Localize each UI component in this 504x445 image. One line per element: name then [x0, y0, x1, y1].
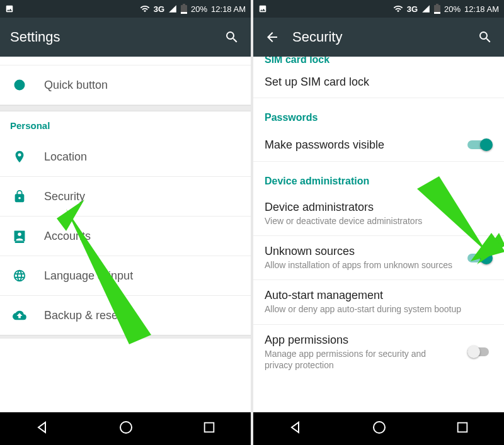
- item-label: Quick button: [44, 79, 241, 92]
- nav-recent-button[interactable]: [455, 420, 469, 437]
- svg-rect-6: [205, 423, 214, 432]
- item-label: Backup & reset: [44, 309, 241, 322]
- item-quick-button[interactable]: Quick button: [0, 65, 251, 105]
- item-subtitle: Manage app permissions for security and …: [265, 348, 456, 371]
- item-language[interactable]: Language & input: [0, 256, 251, 296]
- back-button[interactable]: [263, 28, 281, 46]
- item-accounts[interactable]: Accounts: [0, 217, 251, 256]
- image-icon: [5, 4, 14, 13]
- item-subtitle: Allow installation of apps from unknown …: [265, 259, 456, 271]
- battery-label: 20%: [444, 4, 461, 14]
- passwords-visible-toggle[interactable]: [467, 137, 493, 152]
- network-label: 3G: [407, 4, 418, 14]
- unknown-sources-toggle[interactable]: [467, 251, 493, 266]
- item-title: Device administrators: [265, 201, 488, 214]
- triangle-back-icon: [288, 420, 303, 435]
- time-label: 12:18 AM: [211, 4, 246, 14]
- item-subtitle: Allow or deny app auto-start during syst…: [265, 303, 488, 315]
- item-title: App permissions: [265, 334, 456, 347]
- globe-icon: [11, 269, 28, 283]
- square-recent-icon: [455, 420, 469, 434]
- item-unknown-sources[interactable]: Unknown sources Allow installation of ap…: [253, 236, 504, 280]
- arrow-back-icon: [265, 30, 280, 45]
- section-divider: [0, 105, 251, 111]
- time-label: 12:18 AM: [464, 4, 499, 14]
- section-device-admin-header: Device administration: [253, 162, 504, 192]
- image-icon: [258, 4, 267, 13]
- item-label: Security: [44, 190, 241, 203]
- page-title: Security: [292, 29, 465, 45]
- status-bar: 3G 20% 12:18 AM: [253, 0, 504, 18]
- right-phone: 3G 20% 12:18 AM Security SIM card lock S…: [253, 0, 504, 445]
- nav-bar: [253, 412, 504, 445]
- svg-point-5: [120, 422, 132, 433]
- section-sim-header: SIM card lock: [253, 57, 504, 67]
- search-button[interactable]: [223, 28, 241, 46]
- section-passwords-header: Passwords: [253, 98, 504, 128]
- battery-icon: [434, 4, 440, 14]
- item-label: Accounts: [44, 230, 241, 243]
- left-phone: 3G 20% 12:18 AM Settings Quick button Pe…: [0, 0, 251, 445]
- wifi-icon: [140, 4, 150, 14]
- nav-home-button[interactable]: [118, 420, 134, 437]
- svg-rect-11: [458, 423, 467, 432]
- item-title: Make passwords visible: [265, 138, 456, 152]
- wifi-icon: [393, 4, 403, 14]
- lock-icon: [11, 189, 28, 203]
- signal-icon: [421, 4, 430, 13]
- item-security[interactable]: Security: [0, 177, 251, 217]
- circle-home-icon: [118, 420, 134, 435]
- item-label: Language & input: [44, 269, 241, 283]
- item-passwords-visible[interactable]: Make passwords visible: [253, 128, 504, 162]
- item-label: Location: [44, 150, 241, 164]
- battery-icon: [181, 4, 187, 14]
- svg-point-4: [18, 233, 21, 237]
- item-location[interactable]: Location: [0, 137, 251, 177]
- app-bar: Security: [253, 18, 504, 57]
- nav-recent-button[interactable]: [202, 420, 216, 437]
- search-button[interactable]: [476, 28, 494, 46]
- item-title: Auto-start management: [265, 289, 488, 302]
- circle-home-icon: [372, 420, 387, 435]
- item-title: Unknown sources: [265, 245, 456, 258]
- settings-list: Quick button Personal Location Security …: [0, 57, 251, 412]
- svg-rect-1: [183, 4, 185, 5]
- section-divider: [0, 335, 251, 339]
- location-icon: [11, 150, 28, 164]
- svg-rect-9: [434, 12, 440, 14]
- nav-home-button[interactable]: [372, 420, 387, 437]
- item-subtitle: View or deactivate device administrators: [265, 215, 488, 227]
- quick-button-icon: [11, 78, 28, 92]
- item-device-admins[interactable]: Device administrators View or deactivate…: [253, 192, 504, 236]
- svg-point-3: [15, 81, 25, 90]
- signal-icon: [168, 4, 177, 13]
- item-title: Set up SIM card lock: [265, 76, 488, 89]
- security-list: SIM card lock Set up SIM card lock Passw…: [253, 57, 504, 412]
- svg-point-10: [374, 422, 385, 433]
- square-recent-icon: [202, 420, 216, 434]
- account-icon: [11, 229, 28, 243]
- app-permissions-toggle[interactable]: [467, 344, 493, 359]
- status-bar: 3G 20% 12:18 AM: [0, 0, 251, 18]
- nav-bar: [0, 412, 251, 445]
- item-backup[interactable]: Backup & reset: [0, 296, 251, 335]
- app-bar: Settings: [0, 18, 251, 57]
- svg-rect-8: [436, 4, 438, 5]
- search-icon: [224, 30, 239, 45]
- section-personal-header: Personal: [0, 111, 251, 137]
- item-autostart[interactable]: Auto-start management Allow or deny app …: [253, 280, 504, 324]
- backup-icon: [11, 308, 28, 322]
- search-icon: [478, 30, 493, 45]
- item-sim-lock[interactable]: Set up SIM card lock: [253, 67, 504, 98]
- item-app-permissions[interactable]: App permissions Manage app permissions f…: [253, 325, 504, 380]
- battery-label: 20%: [191, 4, 207, 14]
- nav-back-button[interactable]: [35, 420, 50, 437]
- nav-back-button[interactable]: [288, 420, 303, 437]
- svg-rect-2: [181, 12, 187, 14]
- network-label: 3G: [154, 4, 164, 14]
- triangle-back-icon: [35, 420, 50, 435]
- page-title: Settings: [10, 29, 212, 45]
